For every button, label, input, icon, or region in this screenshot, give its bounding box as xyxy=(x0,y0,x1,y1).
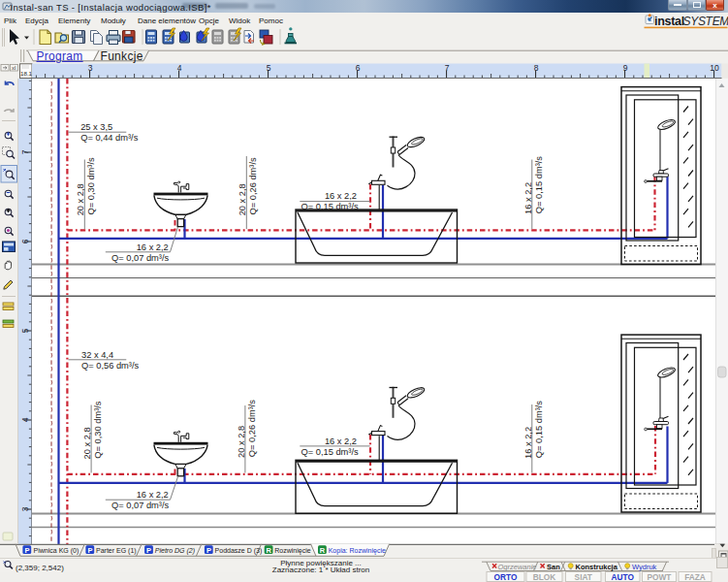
svg-text:San: San xyxy=(547,563,560,571)
svg-text:5: 5 xyxy=(20,328,30,333)
svg-text:Q= 0,15 dm³/s: Q= 0,15 dm³/s xyxy=(534,156,544,214)
svg-text:P: P xyxy=(24,546,29,555)
svg-text:4: 4 xyxy=(20,417,30,422)
svg-text:POWT: POWT xyxy=(648,572,672,582)
svg-text:Q= 0,26 dm³/s: Q= 0,26 dm³/s xyxy=(248,157,258,215)
svg-text:FAZA: FAZA xyxy=(684,572,706,582)
svg-text:R: R xyxy=(320,546,326,555)
svg-text:P: P xyxy=(87,546,92,555)
svg-text:Kopia: Rozwinięcie: Kopia: Rozwinięcie xyxy=(329,547,386,555)
svg-text:25 x 3,5: 25 x 3,5 xyxy=(80,122,112,132)
svg-text:Piwnica KG (0): Piwnica KG (0) xyxy=(34,547,79,555)
svg-text:16 x 2,2: 16 x 2,2 xyxy=(325,191,357,201)
svg-text:20 x 2,8: 20 x 2,8 xyxy=(82,427,92,459)
svg-text:Parter EG (1): Parter EG (1) xyxy=(96,547,137,555)
svg-text:Q= 0,15 dm³/s: Q= 0,15 dm³/s xyxy=(301,202,360,211)
svg-text:20 x 2,8: 20 x 2,8 xyxy=(237,183,247,215)
svg-text:instal: instal xyxy=(654,15,684,28)
svg-text:7: 7 xyxy=(445,63,450,73)
svg-text:3: 3 xyxy=(20,506,30,511)
svg-text:Q= 0,30 dm³/s: Q= 0,30 dm³/s xyxy=(93,401,103,459)
svg-text:Q= 0,07 dm³/s: Q= 0,07 dm³/s xyxy=(111,253,170,263)
svg-text:ORTO: ORTO xyxy=(494,572,518,582)
svg-text:SYSTEM: SYSTEM xyxy=(683,15,728,28)
svg-text:Wydruk: Wydruk xyxy=(632,563,657,571)
svg-text:Q= 0,15 dm³/s: Q= 0,15 dm³/s xyxy=(534,401,544,459)
svg-text:18,1: 18,1 xyxy=(20,70,33,77)
svg-text:Zaznaczone: 1 * Układ stron: Zaznaczone: 1 * Układ stron xyxy=(272,566,370,574)
svg-text:4: 4 xyxy=(177,63,182,73)
svg-text:Q= 0,26 dm³/s: Q= 0,26 dm³/s xyxy=(247,400,257,458)
svg-text:(2,359; 2,542): (2,359; 2,542) xyxy=(16,564,64,572)
svg-text:Q= 0,30 dm³/s: Q= 0,30 dm³/s xyxy=(86,157,96,215)
svg-text:Ogrzewanie: Ogrzewanie xyxy=(498,563,537,571)
svg-text:9: 9 xyxy=(623,63,628,73)
svg-text:Funkcje: Funkcje xyxy=(101,49,143,63)
svg-text:xl: xl xyxy=(12,65,16,71)
svg-text:Pietro DG (2): Pietro DG (2) xyxy=(155,547,195,555)
svg-text:R: R xyxy=(266,546,271,555)
svg-text:Poddasze D (3): Poddasze D (3) xyxy=(215,547,263,555)
svg-text:16 x 2,2: 16 x 2,2 xyxy=(523,182,533,214)
svg-text:20 x 2,8: 20 x 2,8 xyxy=(76,183,85,215)
svg-text:3: 3 xyxy=(88,63,93,73)
svg-text:5: 5 xyxy=(267,63,271,73)
svg-text:Program: Program xyxy=(37,49,83,63)
svg-text:32 x 4,4: 32 x 4,4 xyxy=(81,350,113,360)
svg-text:Q= 0,07 dm³/s: Q= 0,07 dm³/s xyxy=(111,501,170,510)
svg-text:P: P xyxy=(146,546,151,555)
svg-text:16 x 2,2: 16 x 2,2 xyxy=(137,242,169,252)
svg-text:P: P xyxy=(206,546,211,555)
svg-text:10: 10 xyxy=(710,63,719,73)
svg-text:16 x 2,2: 16 x 2,2 xyxy=(523,427,533,459)
svg-text:Konstrukcja: Konstrukcja xyxy=(576,563,618,571)
svg-text:SIAT: SIAT xyxy=(575,572,592,582)
svg-text:BLOK: BLOK xyxy=(533,572,556,582)
svg-text:7: 7 xyxy=(20,149,30,154)
svg-text:AUTO: AUTO xyxy=(612,572,635,582)
svg-text:16 x 2,2: 16 x 2,2 xyxy=(137,490,169,500)
svg-text:6: 6 xyxy=(20,239,30,243)
svg-text:20 x 2,8: 20 x 2,8 xyxy=(237,426,246,458)
svg-text:Rozwinięcie: Rozwinięcie xyxy=(274,547,310,555)
svg-text:Q= 0,56 dm³/s: Q= 0,56 dm³/s xyxy=(81,361,140,371)
svg-text:6: 6 xyxy=(356,63,361,73)
svg-text:Q= 0,15 dm³/s: Q= 0,15 dm³/s xyxy=(301,447,360,457)
svg-text:Q= 0,44 dm³/s: Q= 0,44 dm³/s xyxy=(80,133,139,143)
svg-text:16 x 2,2: 16 x 2,2 xyxy=(325,436,357,446)
svg-text:8: 8 xyxy=(534,63,539,73)
